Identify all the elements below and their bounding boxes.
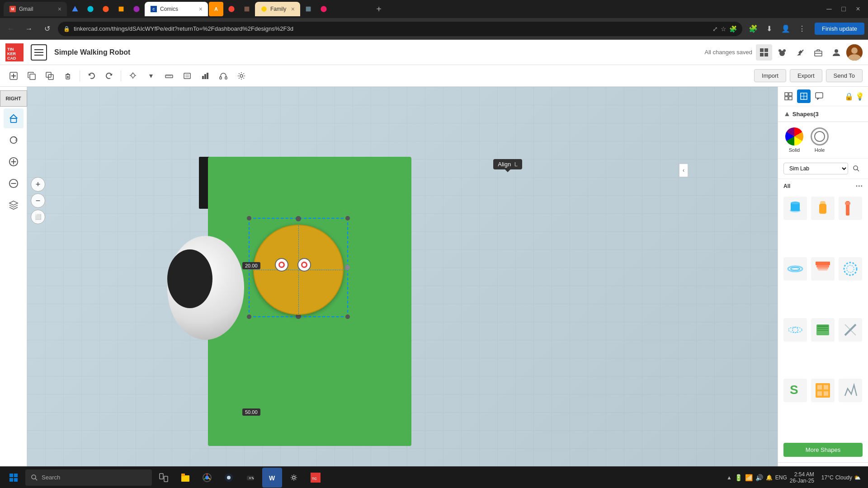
shapes-library-dropdown[interactable]: Sim Lab Basic Shapes All — [783, 163, 848, 174]
panel-3d-view-button[interactable] — [797, 89, 811, 103]
open-in-new-icon[interactable]: ⤢ — [712, 25, 718, 33]
shape-item-8[interactable] — [811, 318, 835, 342]
duplicate-button[interactable] — [42, 68, 58, 84]
face-circle[interactable] — [253, 225, 344, 315]
resize-handle-right[interactable] — [344, 265, 350, 270]
forward-button[interactable]: → — [22, 22, 36, 36]
light-dropdown-button[interactable]: ▾ — [143, 68, 159, 84]
zoom-out-button[interactable]: − — [31, 193, 45, 208]
taskbar-app-settings[interactable] — [284, 468, 304, 488]
redo-button[interactable] — [101, 68, 117, 84]
tools-icon-button[interactable] — [792, 44, 808, 61]
avatar-button[interactable] — [846, 44, 863, 61]
settings-cog-button[interactable] — [233, 68, 250, 84]
restore-button[interactable]: □ — [837, 3, 850, 15]
corner-handle-tl[interactable] — [247, 216, 251, 221]
grid-view-button[interactable] — [756, 44, 772, 61]
close-button[interactable]: × — [852, 3, 864, 15]
menu-dots-button[interactable]: ⋮ — [795, 22, 809, 36]
refresh-button[interactable]: ↺ — [40, 22, 54, 36]
finish-update-button[interactable]: Finish update — [815, 23, 864, 35]
tab-favicon-3[interactable] — [99, 2, 113, 16]
corner-handle-br[interactable] — [345, 314, 350, 319]
person-icon-button[interactable] — [828, 44, 844, 61]
bookmark-icon[interactable]: ☆ — [721, 25, 726, 33]
tab-close-comics[interactable]: × — [199, 5, 203, 13]
headphone-button[interactable] — [215, 68, 231, 84]
taskbar-app-game[interactable] — [241, 468, 260, 488]
shape-item-1[interactable] — [783, 197, 807, 220]
shapes-panel-collapse-button[interactable]: ▲ — [783, 110, 791, 118]
tab-favicon-9[interactable] — [301, 2, 316, 16]
tab-favicon-1[interactable] — [68, 2, 82, 16]
download-button[interactable]: ⬇ — [762, 22, 777, 36]
tab-favicon-12[interactable] — [345, 3, 358, 15]
tab-favicon-10[interactable] — [316, 2, 331, 16]
back-button[interactable]: ← — [4, 22, 18, 36]
panel-chat-button[interactable] — [812, 89, 826, 103]
zoom-in-button[interactable]: + — [31, 177, 45, 192]
solid-type[interactable]: Solid — [785, 127, 803, 153]
ruler-button[interactable] — [161, 68, 177, 84]
animal-icon-button[interactable] — [774, 44, 790, 61]
shape-item-2[interactable] — [811, 197, 835, 220]
add-tool[interactable] — [4, 152, 24, 172]
new-tab-button[interactable]: + — [373, 3, 385, 15]
taskbar-app-tinkercad[interactable]: TC — [306, 468, 326, 488]
hole-type[interactable]: Hole — [811, 127, 829, 153]
extensions-button[interactable]: 🧩 — [746, 22, 760, 36]
taskbar-time[interactable]: 2:54 AM 26-Jan-25 — [790, 471, 814, 484]
taskbar-app-chrome[interactable] — [197, 468, 217, 488]
start-button[interactable] — [4, 468, 24, 488]
tab-family[interactable]: Family × — [255, 2, 300, 16]
notification-icon[interactable]: 🔔 — [766, 474, 773, 481]
layers-tool[interactable] — [4, 195, 24, 215]
taskbar-search-bar[interactable]: Search — [25, 469, 152, 486]
shape-item-12[interactable] — [839, 379, 862, 402]
taskbar-app-steam[interactable] — [219, 468, 239, 488]
tab-comics[interactable]: C Comics × — [145, 2, 208, 16]
tab-favicon-13[interactable] — [359, 3, 372, 15]
extension-icon[interactable]: 🧩 — [729, 25, 737, 33]
tab-favicon-6[interactable]: A — [209, 2, 223, 16]
hamburger-menu-button[interactable] — [31, 44, 47, 61]
shape-item-9[interactable] — [839, 318, 862, 342]
tab-close-family[interactable]: × — [291, 5, 295, 13]
delete-button[interactable] — [60, 68, 76, 84]
import-button[interactable]: Import — [754, 69, 786, 82]
shape-item-10[interactable]: S — [783, 379, 807, 402]
shape-item-6[interactable] — [839, 257, 862, 281]
taskbar-app-taskview[interactable] — [154, 468, 174, 488]
more-options-button[interactable]: ⋯ — [855, 182, 863, 190]
lock-icon[interactable]: 🔒 — [844, 92, 854, 101]
address-bar[interactable]: 🔒 tinkercad.com/things/dSAIcWYfPe/edit?r… — [58, 22, 742, 36]
shapes-search-button[interactable] — [850, 162, 863, 175]
subtract-tool[interactable] — [4, 174, 24, 193]
shape-item-4[interactable] — [783, 257, 807, 281]
tab-favicon-7[interactable] — [224, 2, 239, 16]
tab-close-gmail[interactable]: × — [58, 5, 61, 13]
more-shapes-button[interactable]: More Shapes — [783, 443, 863, 457]
corner-handle-tr[interactable] — [345, 216, 350, 221]
home-tool[interactable] — [4, 108, 24, 128]
resize-handle-top[interactable] — [296, 216, 301, 221]
copy-button[interactable] — [24, 68, 40, 84]
list-button[interactable] — [179, 68, 195, 84]
shape-item-5[interactable] — [811, 257, 835, 281]
corner-handle-bl[interactable] — [247, 314, 251, 319]
taskbar-app-explorer[interactable] — [175, 468, 195, 488]
minimize-button[interactable]: ─ — [823, 3, 835, 15]
light-button[interactable] — [125, 68, 141, 84]
tab-gmail[interactable]: M Gmail × — [4, 2, 67, 16]
tab-favicon-5[interactable] — [129, 2, 144, 16]
panel-grid-view-button[interactable] — [782, 89, 795, 103]
zoom-fit-button[interactable]: ⬜ — [31, 210, 45, 224]
up-arrow-icon[interactable]: ▲ — [726, 474, 732, 481]
viewport[interactable]: 20.00 50.00 Align L ‹ + − ⬜ — [27, 87, 778, 488]
shape-item-11[interactable] — [811, 379, 835, 402]
send-to-button[interactable]: Send To — [826, 69, 863, 82]
tab-favicon-11[interactable] — [332, 3, 344, 15]
tab-favicon-8[interactable] — [240, 2, 254, 16]
face-circle-container[interactable] — [249, 218, 348, 322]
undo-button[interactable] — [84, 68, 100, 84]
